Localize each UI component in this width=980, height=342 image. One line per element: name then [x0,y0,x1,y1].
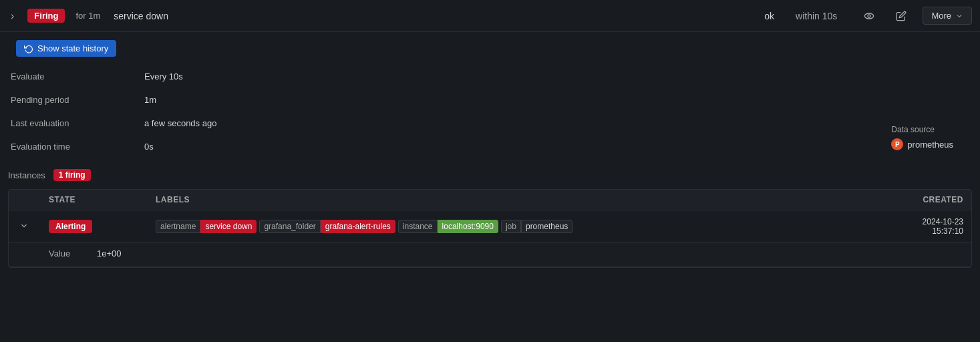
view-button[interactable] [858,7,880,25]
row-main: Alerting alertname service down grafana_… [9,210,971,242]
label-key-instance: instance [398,220,438,233]
evaluate-value: Every 10s [142,65,972,88]
label-value-job: prometheus [521,220,573,233]
show-history-button[interactable]: Show state history [16,40,116,57]
history-section: Show state history [0,32,980,65]
main-content: Evaluate Every 10s Pending period 1m Las… [0,65,980,271]
instances-title: Instances [8,170,45,180]
table-row: Alerting alertname service down grafana_… [9,210,971,267]
within-text: within 10s [796,11,848,21]
row-state-cell: Alerting [49,220,156,233]
state-ok: ok [764,11,780,21]
evaluate-label: Evaluate [8,65,142,88]
more-button[interactable]: More [923,7,972,25]
show-history-label: Show state history [37,43,108,53]
top-bar: › Firing for 1m service down ok within 1… [0,0,980,32]
svg-point-0 [865,13,874,19]
instances-firing-badge: 1 firing [53,169,91,181]
col-state: State [49,195,156,204]
pending-value: 1m [142,88,972,112]
detail-row-value: Value 1e+00 [49,248,963,259]
prometheus-icon: P [891,138,903,150]
instances-section: Instances 1 firing State Labels Created [0,158,980,271]
eval-time-value: 0s [142,135,972,158]
row-detail: Value 1e+00 [9,242,971,267]
last-eval-value: a few seconds ago [142,112,972,135]
label-key-grafana-folder: grafana_folder [259,220,320,233]
detail-value-value: 1e+00 [97,248,122,259]
label-grafana-folder: grafana_folder grafana-alert-rules [259,220,395,233]
chevron-icon[interactable]: › [8,7,17,25]
alert-name: service down [114,11,168,21]
label-instance: instance localhost:9090 [398,220,498,233]
col-created: Created [830,195,963,204]
created-cell: 2024-10-2315:37:10 [830,217,963,236]
last-eval-label: Last evaluation [8,112,142,135]
label-value-grafana-folder: grafana-alert-rules [321,220,395,233]
firing-badge: Firing [27,9,65,23]
edit-button[interactable] [890,7,912,25]
row-expand-button[interactable] [17,220,31,234]
table-header: State Labels Created [9,190,971,210]
col-labels: Labels [156,195,830,204]
label-key-job: job [501,220,521,233]
info-grid: Evaluate Every 10s Pending period 1m Las… [0,65,980,158]
label-value-instance: localhost:9090 [438,220,498,233]
detail-label-value: Value [49,248,89,259]
label-key-alertname: alertname [156,220,200,233]
for-duration: for 1m [75,11,100,21]
eval-time-label: Evaluation time [8,135,142,158]
label-job: job prometheus [501,220,573,233]
data-source-value: P prometheus [891,138,953,150]
instances-table: State Labels Created Alerting [8,189,972,268]
data-source-label: Data source [891,125,953,134]
alerting-badge: Alerting [49,220,92,233]
data-source-name: prometheus [907,140,953,150]
label-value-alertname: service down [200,220,257,233]
col-expand [17,195,49,204]
row-expand-cell [17,220,49,234]
svg-point-1 [868,15,870,17]
instances-header: Instances 1 firing [8,169,972,181]
label-alertname: alertname service down [156,220,257,233]
labels-container: alertname service down grafana_folder gr… [156,220,830,233]
pending-label: Pending period [8,88,142,112]
data-source-panel: Data source P prometheus [891,125,953,150]
